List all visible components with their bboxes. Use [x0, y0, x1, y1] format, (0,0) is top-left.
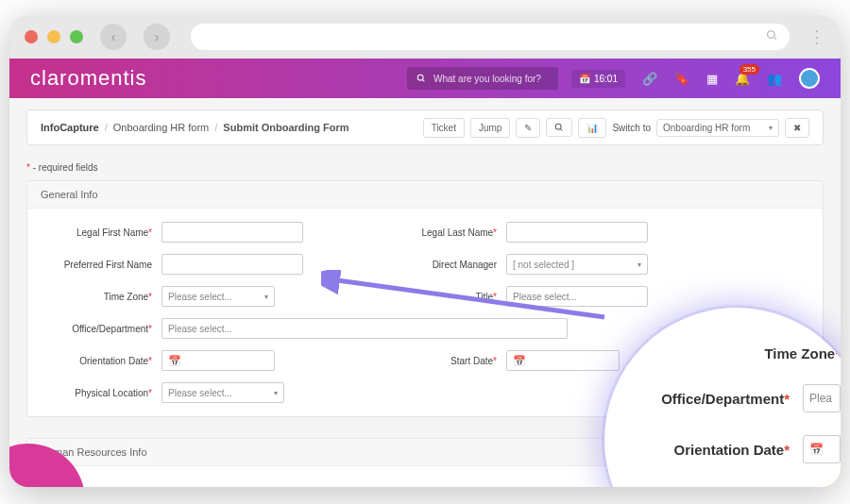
svg-point-4 — [556, 124, 562, 129]
edit-button[interactable]: ✎ — [516, 118, 540, 138]
breadcrumb-mid[interactable]: Onboarding HR form — [113, 122, 210, 133]
svg-point-2 — [417, 75, 423, 80]
page-toolbar: InfoCapture / Onboarding HR form / Submi… — [26, 109, 824, 145]
link-icon[interactable]: 🔗 — [642, 72, 657, 86]
breadcrumb: InfoCapture / Onboarding HR form / Submi… — [41, 122, 349, 133]
pref-first-label: Preferred First Name — [44, 260, 152, 270]
pref-first-input[interactable] — [162, 254, 303, 275]
notification-badge: 355 — [740, 64, 759, 75]
time-value: 16:01 — [594, 74, 618, 84]
time-zone-label: Time Zone* — [44, 292, 152, 302]
search-placeholder: What are you looking for? — [434, 74, 541, 84]
avatar[interactable] — [799, 68, 820, 89]
mag-orientation-input: 📅 — [803, 435, 841, 463]
svg-line-3 — [422, 79, 424, 81]
start-date-input[interactable]: 📅 — [506, 350, 620, 371]
back-button[interactable]: ‹ — [100, 24, 127, 50]
search-icon — [416, 74, 426, 83]
switch-to-label: Switch to — [612, 123, 651, 133]
forward-button[interactable]: › — [144, 24, 170, 50]
office-dept-label: Office/Department* — [44, 324, 152, 334]
required-note: * - required fields — [26, 162, 824, 173]
calendar-icon: 📅 — [579, 74, 590, 84]
ticket-input[interactable]: Ticket — [423, 118, 465, 138]
legal-first-input[interactable] — [162, 222, 303, 243]
orientation-date-input[interactable]: 📅 — [162, 350, 275, 371]
people-icon[interactable]: 👥 — [767, 72, 782, 86]
calendar-icon: 📅 — [513, 355, 526, 367]
browser-menu-icon[interactable]: ⋮ — [808, 26, 825, 47]
search-icon — [766, 29, 778, 44]
browser-chrome: ‹ › ⋮ — [9, 15, 841, 59]
mag-timezone-label: Time Zone* — [633, 345, 841, 361]
mag-orientation-label: Orientation Date* — [633, 442, 790, 458]
mag-office-input: Plea — [803, 384, 841, 412]
physical-label: Physical Location* — [44, 388, 152, 398]
maximize-window-icon[interactable] — [70, 30, 83, 43]
minimize-window-icon[interactable] — [47, 30, 60, 43]
app-topbar: claromentis What are you looking for? 📅 … — [9, 59, 841, 98]
mag-office-label: Office/Department* — [633, 391, 790, 407]
legal-first-label: Legal First Name* — [44, 227, 152, 238]
svg-line-5 — [561, 128, 563, 130]
physical-select[interactable]: Please select...▾ — [162, 382, 284, 403]
jump-button[interactable]: Jump — [470, 118, 510, 138]
mag-physical-label: Physical Location* — [633, 486, 841, 487]
url-bar[interactable] — [191, 24, 790, 50]
bookmark-icon[interactable]: 🔖 — [674, 72, 689, 86]
apps-icon[interactable]: ▦ — [706, 72, 718, 86]
orientation-label: Orientation Date* — [44, 356, 152, 366]
breadcrumb-root[interactable]: InfoCapture — [41, 122, 99, 133]
svg-line-6 — [331, 279, 604, 317]
brand-logo: claromentis — [30, 66, 146, 91]
close-window-icon[interactable] — [25, 30, 38, 43]
clock[interactable]: 📅 16:01 — [571, 70, 625, 88]
stats-button[interactable]: 📊 — [578, 118, 606, 138]
global-search[interactable]: What are you looking for? — [407, 67, 558, 90]
svg-point-0 — [768, 31, 775, 39]
legal-last-input[interactable] — [506, 222, 648, 243]
traffic-lights — [25, 30, 83, 43]
direct-mgr-label: Direct Manager — [389, 260, 497, 270]
general-info-header: General Info — [27, 181, 823, 209]
settings-button[interactable]: ✖ — [785, 118, 809, 138]
bell-icon[interactable]: 🔔355 — [735, 72, 750, 86]
calendar-icon: 📅 — [168, 355, 181, 367]
start-date-label: Start Date* — [389, 356, 497, 366]
time-zone-select[interactable]: Please select...▾ — [162, 286, 275, 307]
breadcrumb-leaf: Submit Onboarding Form — [223, 122, 348, 133]
switch-to-select[interactable]: Onboarding HR form▾ — [656, 119, 779, 137]
svg-line-1 — [774, 37, 776, 40]
legal-last-label: Legal Last Name* — [389, 227, 497, 238]
search-button[interactable] — [546, 118, 572, 137]
annotation-arrow — [321, 270, 614, 327]
